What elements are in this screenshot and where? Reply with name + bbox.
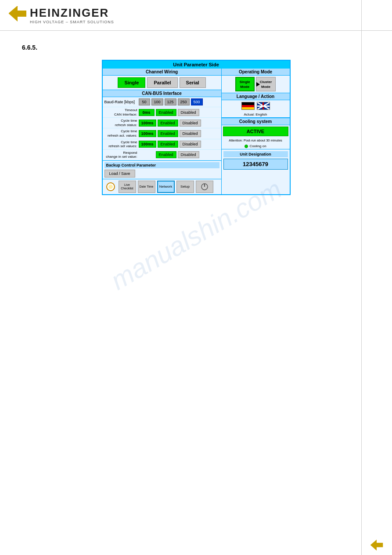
footer-logo: [370, 540, 383, 551]
operating-mode-section: Operating Mode SingleMode ClusterMode: [222, 69, 290, 93]
logo-arrow-icon: [9, 6, 26, 25]
cycle-act-enabled-button[interactable]: Enabled: [158, 130, 178, 137]
german-flag-button[interactable]: [241, 102, 255, 110]
cycle-set-value-button[interactable]: 100ms: [139, 141, 156, 148]
logo: HEINZINGER HIGH VOLTAGE – SMART SOLUTION…: [9, 6, 114, 25]
cycle-status-value-button[interactable]: 100ms: [139, 120, 156, 127]
header: HEINZINGER HIGH VOLTAGE – SMART SOLUTION…: [0, 0, 392, 31]
mode-buttons: SingleMode ClusterMode: [222, 76, 290, 93]
power-icon: [196, 181, 213, 193]
timeout-label: TimeoutCAN Interface:: [104, 108, 137, 116]
unit-designation-title: Unit Designation: [223, 151, 288, 157]
baud-50-button[interactable]: 50: [139, 98, 150, 105]
load-save-button[interactable]: Load / Save: [104, 170, 135, 178]
svg-marker-4: [370, 540, 383, 551]
cycle-set-label: Cycle timerefresh set values:: [104, 140, 137, 149]
logo-brand: HEINZINGER: [30, 6, 114, 20]
logo-text: HEINZINGER HIGH VOLTAGE – SMART SOLUTION…: [30, 6, 114, 24]
cycle-status-label: Cycle timerefresh status:: [104, 119, 137, 127]
panel-body: Channel Wiring Single Parallel Serial CA…: [103, 69, 290, 194]
cooling-on-label: Cooling on: [249, 144, 266, 148]
cooling-warning: Attention: Post-run about 30 minutes: [222, 138, 290, 143]
section-number: 6.6.5.: [22, 44, 370, 51]
parallel-button[interactable]: Parallel: [147, 77, 177, 88]
cycle-act-row: Cycle timerefresh act. values: 100ms Ena…: [103, 128, 221, 139]
cooling-title: Cooling system: [222, 118, 290, 125]
baud-250-button[interactable]: 250: [178, 98, 190, 105]
unit-parameter-panel: Unit Parameter Side Channel Wiring Singl…: [102, 60, 291, 195]
cycle-set-enabled-button[interactable]: Enabled: [158, 141, 178, 148]
single-button[interactable]: Single: [118, 77, 145, 88]
respond-label: Respondchange in set value:: [104, 151, 137, 159]
timeout-row: TimeoutCAN Interface: 0ms Enabled Disabl…: [103, 107, 221, 118]
serial-button[interactable]: Serial: [180, 77, 206, 88]
backup-section: Backup Control Parameter Load / Save: [103, 161, 221, 179]
baud-rate-row: Baud-Rate [kbps] 50 100 125 250 500: [103, 97, 221, 107]
cycle-status-enabled-button[interactable]: Enabled: [158, 120, 178, 127]
timeout-value-button[interactable]: 0ms: [139, 109, 155, 116]
canbus-section: CAN-BUS Interface Baud-Rate [kbps] 50 10…: [103, 90, 221, 161]
setup-button[interactable]: Setup: [176, 181, 194, 193]
cooling-on-dot: [245, 145, 248, 148]
cooling-status: ACTIVE: [223, 127, 288, 136]
svg-marker-0: [9, 6, 26, 22]
cycle-act-label: Cycle timerefresh act. values:: [104, 129, 137, 138]
timeout-disabled-button[interactable]: Disabled: [178, 109, 199, 116]
cooling-on-indicator: Cooling on: [222, 143, 290, 149]
timeout-enabled-button[interactable]: Enabled: [156, 109, 176, 116]
cycle-status-disabled-button[interactable]: Disabled: [180, 120, 201, 127]
logo-tagline: HIGH VOLTAGE – SMART SOLUTIONS: [30, 20, 114, 24]
channel-wiring-buttons: Single Parallel Serial: [103, 76, 221, 90]
live-checklist-button[interactable]: Live Checklist: [119, 181, 136, 193]
baud-125-button[interactable]: 125: [165, 98, 176, 105]
bottom-nav-row: Live Checklist Date Time Network Setup: [103, 179, 221, 194]
unit-number-display: 12345679: [223, 159, 288, 170]
cycle-act-value-button[interactable]: 100ms: [139, 130, 156, 137]
right-section: Operating Mode SingleMode ClusterMode: [222, 69, 290, 194]
unit-designation-section: Unit Designation 12345679: [222, 149, 290, 171]
date-time-button[interactable]: Date Time: [138, 181, 155, 193]
single-mode-button[interactable]: SingleMode: [235, 77, 255, 91]
cycle-status-row: Cycle timerefresh status: 100ms Enabled …: [103, 118, 221, 128]
left-section: Channel Wiring Single Parallel Serial CA…: [103, 69, 222, 194]
respond-enabled-button[interactable]: Enabled: [156, 151, 176, 158]
baud-rate-label: Baud-Rate [kbps]: [104, 100, 137, 104]
cycle-act-disabled-button[interactable]: Disabled: [180, 130, 201, 137]
backup-title: Backup Control Parameter: [104, 162, 219, 168]
cycle-set-row: Cycle timerefresh set values: 100ms Enab…: [103, 139, 221, 150]
panel-title: Unit Parameter Side: [103, 61, 290, 69]
operating-mode-title: Operating Mode: [222, 69, 290, 76]
cooling-section: Cooling system ACTIVE Attention: Post-ru…: [222, 118, 290, 149]
respond-disabled-button[interactable]: Disabled: [178, 151, 199, 158]
lang-flags: [222, 100, 290, 112]
baud-500-button[interactable]: 500: [191, 98, 203, 105]
actual-language: Actual: English: [222, 112, 290, 118]
baud-100-button[interactable]: 100: [151, 98, 163, 105]
cycle-set-disabled-button[interactable]: Disabled: [180, 141, 201, 148]
unit-panel-container: Unit Parameter Side Channel Wiring Singl…: [102, 60, 291, 195]
network-button[interactable]: Network: [157, 181, 175, 193]
language-section: Language / Action: [222, 93, 290, 118]
right-border: [361, 0, 392, 555]
channel-wiring-title: Channel Wiring: [103, 69, 221, 76]
footer: [370, 540, 383, 551]
language-title: Language / Action: [222, 93, 290, 100]
page-content: 6.6.5. Unit Parameter Side Channel Wirin…: [0, 31, 392, 217]
respond-row: Respondchange in set value: Enabled Disa…: [103, 150, 221, 160]
canbus-title: CAN-BUS Interface: [103, 90, 221, 97]
uk-flag-button[interactable]: [257, 102, 270, 110]
